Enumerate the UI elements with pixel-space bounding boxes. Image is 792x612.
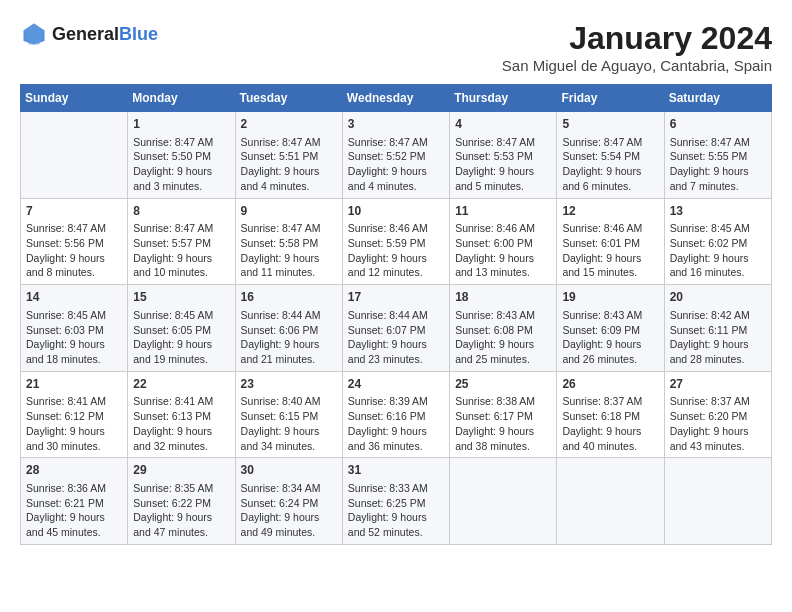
cell-content-line: Sunset: 6:11 PM [670, 323, 766, 338]
day-number: 1 [133, 116, 229, 133]
calendar-cell: 27Sunrise: 8:37 AMSunset: 6:20 PMDayligh… [664, 371, 771, 458]
cell-content-line: Sunrise: 8:37 AM [562, 394, 658, 409]
cell-content-line: Sunset: 5:58 PM [241, 236, 337, 251]
cell-content-line: Sunset: 5:56 PM [26, 236, 122, 251]
cell-content-line: and 18 minutes. [26, 352, 122, 367]
calendar-header-row: SundayMondayTuesdayWednesdayThursdayFrid… [21, 85, 772, 112]
cell-content-line: Sunrise: 8:37 AM [670, 394, 766, 409]
day-number: 7 [26, 203, 122, 220]
cell-content-line: Sunrise: 8:47 AM [348, 135, 444, 150]
cell-content-line: Sunrise: 8:42 AM [670, 308, 766, 323]
calendar-cell: 29Sunrise: 8:35 AMSunset: 6:22 PMDayligh… [128, 458, 235, 545]
cell-content-line: Daylight: 9 hours [348, 510, 444, 525]
cell-content-line: Daylight: 9 hours [670, 424, 766, 439]
cell-content-line: Sunset: 5:52 PM [348, 149, 444, 164]
day-number: 29 [133, 462, 229, 479]
cell-content-line: Sunrise: 8:41 AM [26, 394, 122, 409]
cell-content-line: Sunset: 6:25 PM [348, 496, 444, 511]
header-cell-wednesday: Wednesday [342, 85, 449, 112]
calendar-cell: 25Sunrise: 8:38 AMSunset: 6:17 PMDayligh… [450, 371, 557, 458]
cell-content-line: and 43 minutes. [670, 439, 766, 454]
header-cell-saturday: Saturday [664, 85, 771, 112]
cell-content-line: Sunset: 6:09 PM [562, 323, 658, 338]
calendar-cell: 1Sunrise: 8:47 AMSunset: 5:50 PMDaylight… [128, 112, 235, 199]
header-cell-tuesday: Tuesday [235, 85, 342, 112]
calendar-cell: 18Sunrise: 8:43 AMSunset: 6:08 PMDayligh… [450, 285, 557, 372]
cell-content-line: Sunrise: 8:46 AM [455, 221, 551, 236]
cell-content-line: Sunrise: 8:43 AM [455, 308, 551, 323]
cell-content-line: Sunset: 5:51 PM [241, 149, 337, 164]
cell-content-line: and 7 minutes. [670, 179, 766, 194]
cell-content-line: Daylight: 9 hours [133, 251, 229, 266]
calendar-cell: 20Sunrise: 8:42 AMSunset: 6:11 PMDayligh… [664, 285, 771, 372]
cell-content-line: Sunrise: 8:47 AM [133, 221, 229, 236]
header-cell-thursday: Thursday [450, 85, 557, 112]
cell-content-line: Daylight: 9 hours [241, 337, 337, 352]
day-number: 13 [670, 203, 766, 220]
cell-content-line: Sunset: 5:57 PM [133, 236, 229, 251]
day-number: 17 [348, 289, 444, 306]
cell-content-line: Daylight: 9 hours [562, 424, 658, 439]
cell-content-line: and 15 minutes. [562, 265, 658, 280]
day-number: 19 [562, 289, 658, 306]
calendar-cell: 9Sunrise: 8:47 AMSunset: 5:58 PMDaylight… [235, 198, 342, 285]
cell-content-line: Sunset: 6:07 PM [348, 323, 444, 338]
cell-content-line: Sunrise: 8:47 AM [562, 135, 658, 150]
cell-content-line: Sunrise: 8:47 AM [241, 221, 337, 236]
cell-content-line: Sunrise: 8:40 AM [241, 394, 337, 409]
calendar-cell: 4Sunrise: 8:47 AMSunset: 5:53 PMDaylight… [450, 112, 557, 199]
cell-content-line: Sunset: 6:02 PM [670, 236, 766, 251]
cell-content-line: Sunrise: 8:44 AM [241, 308, 337, 323]
cell-content-line: Daylight: 9 hours [133, 164, 229, 179]
cell-content-line: Daylight: 9 hours [670, 337, 766, 352]
calendar-table: SundayMondayTuesdayWednesdayThursdayFrid… [20, 84, 772, 545]
cell-content-line: and 25 minutes. [455, 352, 551, 367]
calendar-body: 1Sunrise: 8:47 AMSunset: 5:50 PMDaylight… [21, 112, 772, 545]
cell-content-line: Sunrise: 8:47 AM [26, 221, 122, 236]
cell-content-line: and 38 minutes. [455, 439, 551, 454]
cell-content-line: and 26 minutes. [562, 352, 658, 367]
cell-content-line: and 23 minutes. [348, 352, 444, 367]
cell-content-line: Sunset: 6:00 PM [455, 236, 551, 251]
cell-content-line: and 4 minutes. [241, 179, 337, 194]
day-number: 24 [348, 376, 444, 393]
cell-content-line: Daylight: 9 hours [348, 251, 444, 266]
cell-content-line: and 40 minutes. [562, 439, 658, 454]
cell-content-line: Sunrise: 8:47 AM [241, 135, 337, 150]
day-number: 3 [348, 116, 444, 133]
cell-content-line: Daylight: 9 hours [455, 251, 551, 266]
cell-content-line: Daylight: 9 hours [241, 251, 337, 266]
calendar-cell: 13Sunrise: 8:45 AMSunset: 6:02 PMDayligh… [664, 198, 771, 285]
cell-content-line: Sunrise: 8:45 AM [670, 221, 766, 236]
calendar-week-5: 28Sunrise: 8:36 AMSunset: 6:21 PMDayligh… [21, 458, 772, 545]
cell-content-line: Daylight: 9 hours [455, 164, 551, 179]
cell-content-line: Sunset: 6:12 PM [26, 409, 122, 424]
cell-content-line: Sunset: 6:24 PM [241, 496, 337, 511]
header-cell-friday: Friday [557, 85, 664, 112]
calendar-cell: 19Sunrise: 8:43 AMSunset: 6:09 PMDayligh… [557, 285, 664, 372]
day-number: 30 [241, 462, 337, 479]
cell-content-line: and 45 minutes. [26, 525, 122, 540]
cell-content-line: and 52 minutes. [348, 525, 444, 540]
calendar-cell: 12Sunrise: 8:46 AMSunset: 6:01 PMDayligh… [557, 198, 664, 285]
day-number: 18 [455, 289, 551, 306]
day-number: 26 [562, 376, 658, 393]
cell-content-line: Sunrise: 8:41 AM [133, 394, 229, 409]
cell-content-line: Sunset: 6:03 PM [26, 323, 122, 338]
cell-content-line: and 5 minutes. [455, 179, 551, 194]
cell-content-line: Daylight: 9 hours [241, 424, 337, 439]
cell-content-line: Daylight: 9 hours [26, 251, 122, 266]
cell-content-line: Sunset: 6:15 PM [241, 409, 337, 424]
cell-content-line: Sunrise: 8:36 AM [26, 481, 122, 496]
cell-content-line: and 16 minutes. [670, 265, 766, 280]
day-number: 25 [455, 376, 551, 393]
cell-content-line: Daylight: 9 hours [670, 251, 766, 266]
cell-content-line: Sunrise: 8:43 AM [562, 308, 658, 323]
cell-content-line: Sunset: 5:53 PM [455, 149, 551, 164]
cell-content-line: Sunset: 6:17 PM [455, 409, 551, 424]
calendar-cell: 5Sunrise: 8:47 AMSunset: 5:54 PMDaylight… [557, 112, 664, 199]
cell-content-line: Sunset: 6:16 PM [348, 409, 444, 424]
calendar-cell: 31Sunrise: 8:33 AMSunset: 6:25 PMDayligh… [342, 458, 449, 545]
calendar-cell: 23Sunrise: 8:40 AMSunset: 6:15 PMDayligh… [235, 371, 342, 458]
cell-content-line: Sunset: 6:13 PM [133, 409, 229, 424]
